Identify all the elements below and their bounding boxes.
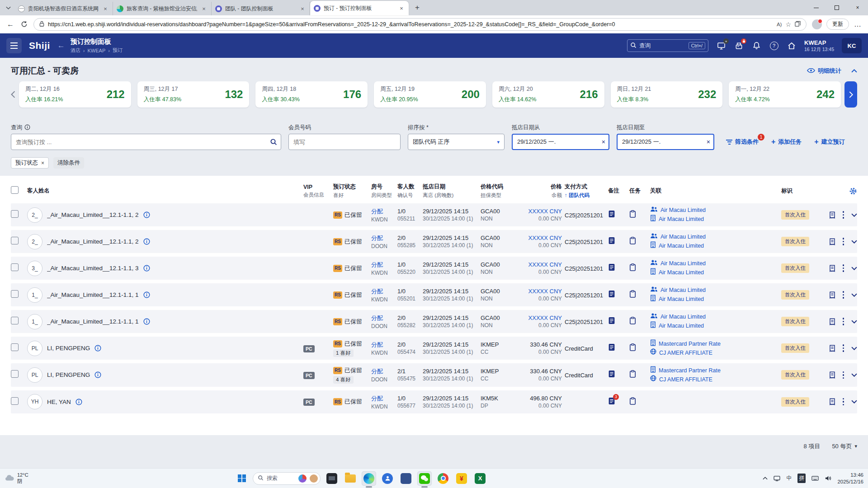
linked-profile[interactable]: Air Macau Limited (650, 241, 781, 250)
tray-volume-icon[interactable] (825, 475, 831, 481)
expand-row-chevron-icon[interactable] (851, 240, 857, 244)
note-icon[interactable] (608, 317, 615, 324)
billing-receipt-icon[interactable] (829, 318, 835, 325)
billing-receipt-icon[interactable] (829, 211, 835, 219)
guest-name[interactable]: _Air_Macau_Limited__12.1-1.1, 2 (47, 238, 139, 245)
availability-card[interactable]: 周一, 12月 22入住率 4.72%242 (729, 81, 841, 108)
tray-ime-indicator[interactable]: 中 (786, 474, 792, 482)
info-icon[interactable] (94, 371, 101, 378)
tab-close-icon[interactable]: × (102, 5, 109, 12)
billing-receipt-icon[interactable] (829, 371, 835, 379)
taskbar-app-edge-icon[interactable] (362, 471, 376, 486)
availability-card[interactable]: 周六, 12月 20入住率 14.62%216 (492, 81, 604, 108)
back-arrow-icon[interactable]: ← (57, 41, 65, 50)
info-icon[interactable] (143, 238, 150, 245)
guest-name[interactable]: _Air_Macau_Limited__12.1-1.1, 2 (47, 211, 139, 218)
billing-receipt-icon[interactable] (829, 265, 835, 272)
col-guest-name[interactable]: 客人姓名 (27, 187, 50, 195)
availability-card[interactable]: 周四, 12月 18入住率 30.43%176 (255, 81, 368, 108)
note-icon[interactable] (608, 210, 615, 218)
guest-name[interactable]: HE, YAN (47, 399, 71, 405)
info-icon[interactable] (143, 211, 150, 218)
linked-profile[interactable]: Air Macau Limited (650, 286, 781, 294)
info-icon[interactable] (75, 399, 82, 405)
browser-tab-2[interactable]: 旅客查询 - 紫楠旅馆业治安信息管 × (113, 2, 212, 15)
linked-profile[interactable]: Air Macau Limited (650, 215, 781, 224)
taskbar-search[interactable]: 搜索 (253, 472, 321, 485)
linked-profile[interactable]: CJ AMER AFFILIATE (650, 348, 781, 357)
assign-room-link[interactable]: 分配 (371, 368, 383, 375)
back-icon[interactable]: ← (6, 20, 14, 28)
linked-profile[interactable]: Air Macau Limited (650, 295, 781, 304)
notifications-bell-icon[interactable] (751, 41, 761, 51)
breadcrumb-property[interactable]: KWEAP (88, 48, 106, 53)
select-all-checkbox[interactable] (11, 186, 19, 194)
linked-profile[interactable]: Air Macau Limited (650, 206, 781, 214)
note-icon[interactable] (608, 343, 615, 351)
price[interactable]: XXXXX CNY (519, 314, 562, 321)
note-icon[interactable] (608, 263, 615, 271)
tab-close-icon[interactable]: × (398, 5, 405, 12)
row-menu-kebab-icon[interactable] (842, 397, 845, 407)
assign-room-link[interactable]: 分配 (371, 395, 383, 402)
row-menu-kebab-icon[interactable] (842, 290, 845, 300)
row-menu-kebab-icon[interactable] (842, 237, 845, 246)
linked-profile[interactable]: CJ AMER AFFILIATE (650, 375, 781, 384)
read-aloud-icon[interactable]: A) (777, 22, 782, 27)
tray-chevron-up-icon[interactable] (763, 477, 768, 480)
info-icon[interactable] (143, 291, 150, 298)
row-menu-kebab-icon[interactable] (842, 371, 845, 380)
row-checkbox[interactable] (11, 237, 19, 244)
taskbar-app-person-icon[interactable] (380, 471, 395, 486)
task-clipboard-icon[interactable] (629, 370, 636, 378)
arrival-from-input[interactable] (512, 134, 609, 150)
note-icon[interactable] (608, 290, 615, 298)
user-avatar[interactable]: KC (842, 38, 862, 53)
note-icon[interactable] (608, 237, 615, 244)
assign-room-link[interactable]: 分配 (371, 235, 383, 241)
tray-cast-icon[interactable] (774, 476, 780, 481)
clear-filters-chip[interactable]: 清除条件 (53, 157, 84, 169)
price[interactable]: XXXXX CNY (519, 288, 562, 295)
browser-tab-4-active[interactable]: 预订 - 预订控制面板 × (310, 1, 409, 15)
task-clipboard-icon[interactable] (629, 263, 636, 271)
cashier-locked-icon[interactable] (734, 41, 744, 51)
linked-profile[interactable]: Mastercard Partner Rate (650, 339, 781, 348)
assign-room-link[interactable]: 分配 (371, 341, 383, 348)
row-checkbox[interactable] (11, 317, 19, 324)
tab-search-icon[interactable] (2, 2, 14, 14)
taskbar-app-folder-icon[interactable] (343, 471, 358, 486)
collapse-section-icon[interactable] (851, 69, 857, 73)
browser-update-button[interactable]: 更新 (826, 19, 849, 30)
favorite-star-icon[interactable]: ☆ (785, 21, 791, 28)
start-button[interactable] (235, 472, 249, 485)
assign-room-link[interactable]: 分配 (371, 208, 383, 215)
browser-menu-icon[interactable]: … (854, 20, 862, 28)
assign-room-link[interactable]: 分配 (371, 314, 383, 321)
taskbar-app-grid-icon[interactable] (399, 471, 413, 486)
close-button[interactable]: × (847, 0, 868, 15)
price[interactable]: XXXXX CNY (519, 235, 562, 241)
browser-profile-avatar[interactable] (812, 19, 822, 29)
row-menu-kebab-icon[interactable] (842, 263, 845, 273)
global-search-input[interactable]: 查询 Ctrl+/ (627, 39, 708, 52)
row-menu-kebab-icon[interactable] (842, 343, 845, 353)
create-reservation-button[interactable]: + 建立预订 (814, 138, 844, 146)
sort-group-code[interactable]: ↑ 团队代码 (565, 192, 608, 199)
new-tab-button[interactable]: + (411, 2, 423, 14)
availability-card[interactable]: 周二, 12月 16入住率 16.21%212 (19, 81, 131, 108)
taskbar-app-remote-icon[interactable] (325, 471, 339, 486)
info-icon[interactable] (143, 265, 150, 272)
billing-receipt-icon[interactable] (829, 291, 835, 299)
breadcrumb-reservation[interactable]: 预订 (113, 47, 123, 54)
property-block[interactable]: KWEAP 16 12月 13:45 (804, 39, 834, 52)
guest-name[interactable]: LI, PENGPENG (47, 345, 90, 352)
availability-card[interactable]: 周日, 12月 21入住率 8.3%232 (611, 81, 723, 108)
note-icon[interactable] (608, 370, 615, 378)
info-icon[interactable] (94, 345, 101, 352)
linked-profile[interactable]: Mastercard Partner Rate (650, 366, 781, 375)
expand-row-chevron-icon[interactable] (851, 213, 857, 217)
row-checkbox[interactable] (11, 290, 19, 298)
tray-keyboard-icon[interactable] (811, 476, 819, 481)
breadcrumb-hotel[interactable]: 酒店 (71, 47, 80, 54)
